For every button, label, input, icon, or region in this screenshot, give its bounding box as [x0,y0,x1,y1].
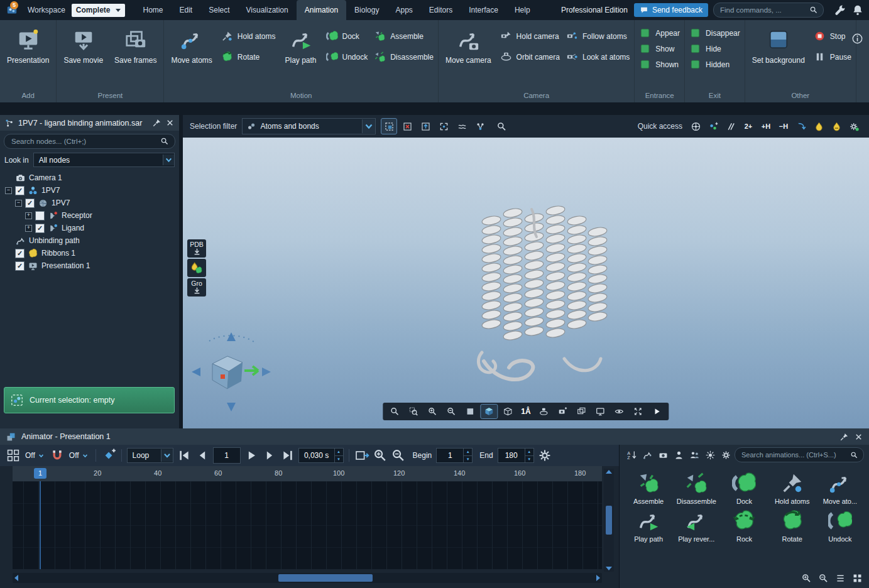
ribbon-button-pause[interactable]: Pause [814,51,851,63]
playhead[interactable] [40,481,41,569]
visibility-checkbox[interactable] [35,211,45,220]
fetch-pdb-button[interactable]: PDB [187,239,206,258]
scrollbar-thumb[interactable] [278,574,373,582]
pin-panel-icon[interactable] [839,432,849,442]
ribbon-button-move-camera[interactable]: Move camera [443,20,494,65]
solvate-button[interactable] [811,118,827,134]
timeline-zoom-in-button[interactable] [373,448,388,463]
menu-visualization[interactable]: Visualization [238,0,297,20]
go-to-start-button[interactable] [177,448,192,463]
ribbon-button-rotate[interactable]: Rotate [221,51,276,63]
current-frame-marker[interactable]: 1 [34,468,46,479]
change-bonds-button[interactable] [723,118,739,134]
ribbon-button-play-path[interactable]: Play path [282,20,320,65]
scrollbar-thumb[interactable] [606,506,612,535]
workspace-dropdown[interactable]: Complete [72,4,125,17]
tree-expander[interactable]: + [25,212,32,219]
zoom-out-button[interactable] [442,404,460,419]
search-animations-input[interactable] [740,450,850,459]
menu-edit[interactable]: Edit [172,0,201,20]
desolvate-button[interactable] [828,118,844,134]
look-in-dropdown[interactable]: All nodes [33,153,175,167]
tree-item-1pv7[interactable]: −✓1PV7 [3,197,179,209]
next-frame-button[interactable] [262,448,277,463]
animation-item-rotate[interactable]: Rotate [768,509,816,543]
ribbon-button-hide[interactable]: Hide [689,43,740,55]
animation-item-dock[interactable]: Dock [720,471,768,505]
animation-item-hold-atoms[interactable]: Hold atoms [768,471,816,505]
animation-item-move-ato[interactable]: Move ato... [816,471,864,505]
ribbon-button-presentation[interactable]: Presentation [4,20,52,65]
find-commands-input[interactable] [719,6,809,14]
animation-item-disassemble[interactable]: Disassemble [672,471,720,505]
fit-to-view-button[interactable] [630,404,647,419]
ribbon-button-move-atoms[interactable]: Move atoms [168,20,214,65]
viewport-canvas[interactable]: PDBGro 1Å [183,138,869,428]
tree-item-ligand[interactable]: +✓Ligand [3,222,179,234]
spin-up[interactable]: ▲ [464,449,472,456]
add-keyframe-button[interactable] [101,448,116,463]
spin-up[interactable]: ▲ [525,449,533,456]
animation-item-undock[interactable]: Undock [816,509,864,543]
minimize-button[interactable] [793,118,809,134]
ribbon-button-orbit-camera[interactable]: Orbit camera [500,51,560,63]
grow-selection-button[interactable] [417,118,434,134]
ribbon-button-look-at-atoms[interactable]: Look at atoms [566,51,630,63]
select-connected-button[interactable] [472,118,488,134]
menu-editors[interactable]: Editors [421,0,461,20]
spin-up[interactable]: ▲ [335,449,343,456]
app-menu-button[interactable]: 5 [5,3,20,17]
tree-expander[interactable]: − [15,200,22,207]
pin-panel-icon[interactable] [152,118,161,128]
animator-settings-button[interactable] [537,448,552,463]
tools-icon[interactable] [834,4,846,16]
add-atoms-button[interactable] [705,118,721,134]
menu-interface[interactable]: Interface [461,0,506,20]
menu-animation[interactable]: Animation [297,0,346,20]
close-panel-icon[interactable] [165,118,175,128]
turntable-button[interactable] [535,404,553,419]
box-select-button[interactable] [381,118,397,134]
ribbon-button-assemble[interactable]: Assemble [374,30,434,42]
orthographic-view-button[interactable] [461,404,479,419]
palette-zoom-out-button[interactable] [816,571,830,585]
effect-animations-button[interactable] [703,448,718,462]
timeline-grid[interactable] [13,481,602,569]
spin-down[interactable]: ▼ [335,456,343,463]
visibility-checkbox[interactable]: ✓ [15,186,25,195]
deselect-all-button[interactable] [399,118,415,134]
animation-item-play-path[interactable]: Play path [625,509,672,543]
sort-az-button[interactable]: AZ [625,448,639,462]
ribbon-button-hidden[interactable]: Hidden [689,58,740,70]
prepare-button[interactable] [846,118,862,134]
ribbon-button-shown[interactable]: Shown [639,58,680,70]
current-frame-input[interactable] [213,447,241,464]
ribbon-button-hold-camera[interactable]: Hold camera [500,30,560,42]
export-movie-button[interactable] [354,448,369,463]
snap-toggle-icon[interactable] [50,448,65,463]
info-button[interactable] [851,33,863,45]
visibility-checkbox[interactable]: ✓ [35,224,45,233]
zoom-tool-button[interactable] [386,404,403,419]
ribbon-button-show[interactable]: Show [639,43,680,55]
spin-down[interactable]: ▼ [525,456,533,463]
viewport-layout-button[interactable] [573,404,591,419]
full-screen-view-button[interactable] [592,404,609,419]
tree-item-ribbons-1[interactable]: ✓Ribbons 1 [3,247,179,259]
remove-hydrogens-button[interactable]: −H [775,118,792,134]
visibility-checkbox[interactable]: ✓ [25,199,35,208]
fetch-gro-button[interactable]: Gro [187,278,206,297]
set-charge-button[interactable]: 2+ [740,118,757,134]
camera-animations-button[interactable] [656,448,670,462]
zoom-to-selection-button[interactable] [493,118,510,134]
selection-filter-dropdown[interactable]: Atoms and bonds [242,118,376,134]
ribbon-button-disappear[interactable]: Disappear [689,27,740,39]
timeline-vertical-scrollbar[interactable] [604,469,614,572]
notifications-icon[interactable] [851,4,864,16]
send-feedback-button[interactable]: Send feedback [634,3,708,17]
copy-view-button[interactable] [554,404,572,419]
tree-item-1pv7[interactable]: −✓1PV7 [3,184,179,197]
navigation-sphere-button[interactable] [687,118,704,134]
ribbon-button-set-background[interactable]: Set background [750,20,807,65]
quick-fetch-button[interactable] [187,259,206,277]
